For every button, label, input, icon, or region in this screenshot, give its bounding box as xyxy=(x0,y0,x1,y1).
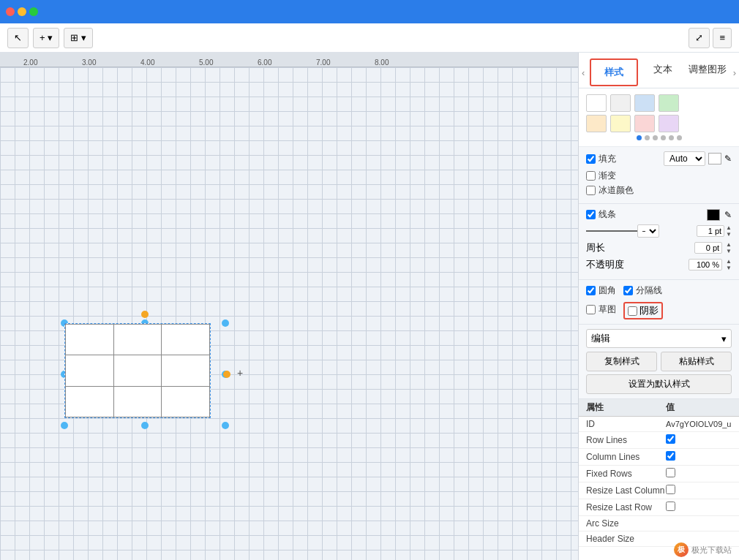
prop-value-resizelastcol xyxy=(666,485,732,496)
palette-dot-4[interactable] xyxy=(669,135,674,140)
expand-btn[interactable]: ⤢ xyxy=(689,28,710,48)
paste-style-btn[interactable]: 粘贴样式 xyxy=(661,352,732,371)
tab-prev-arrow[interactable]: ‹ xyxy=(579,57,588,88)
watermark-logo: 极 xyxy=(674,542,689,557)
color-swatch-white[interactable] xyxy=(586,94,607,112)
handle-bl[interactable] xyxy=(61,422,68,429)
line-weight-up[interactable]: ▲ xyxy=(726,224,732,231)
ice-checkbox[interactable] xyxy=(586,186,596,195)
line-row: 线条 ✎ xyxy=(586,208,732,221)
close-btn[interactable] xyxy=(6,7,15,16)
handle-col-resize[interactable] xyxy=(141,311,149,318)
toolbar: ↖ + ▾ ⊞ ▾ ⤢ ≡ xyxy=(0,23,739,53)
line-style-select[interactable]: ─ xyxy=(637,224,659,238)
resize-cursor: + xyxy=(237,367,243,379)
color-swatch-pink[interactable] xyxy=(634,115,655,132)
round-corner-checkbox[interactable] xyxy=(586,286,596,295)
grid-tool[interactable]: ⊞ ▾ xyxy=(64,28,93,48)
palette-dot-0[interactable] xyxy=(637,135,642,140)
palette-dots xyxy=(586,135,732,140)
copy-style-btn[interactable]: 复制样式 xyxy=(586,352,657,371)
fill-checkbox[interactable] xyxy=(586,154,596,164)
color-swatch-light-green[interactable] xyxy=(659,94,679,112)
handle-row-resize[interactable] xyxy=(223,371,230,378)
line-weight-input[interactable] xyxy=(697,225,724,237)
edit-chevron-icon: ▾ xyxy=(721,333,727,344)
prop-collines-checkbox[interactable] xyxy=(666,451,675,461)
ruler-tick: 8.00 xyxy=(375,58,389,67)
menu-btn[interactable]: ≡ xyxy=(713,28,732,48)
perimeter-input[interactable] xyxy=(694,242,722,254)
perimeter-down[interactable]: ▼ xyxy=(726,248,732,254)
perimeter-label: 周长 xyxy=(586,241,605,254)
prop-rowlines-checkbox[interactable] xyxy=(666,434,675,444)
color-swatch-yellow[interactable] xyxy=(610,115,631,132)
shadow-highlight: 阴影 xyxy=(623,302,663,319)
grid-canvas: + xyxy=(0,67,578,560)
watermark-text: 极光下载站 xyxy=(691,545,732,556)
ice-row: 冰道颜色 xyxy=(586,184,732,197)
ice-label: 冰道颜色 xyxy=(599,184,634,197)
main-layout: 2.00 3.00 4.00 5.00 6.00 7.00 8.00 xyxy=(0,53,739,560)
fill-color-edit[interactable]: ✎ xyxy=(724,154,732,164)
prop-fixedrows-checkbox[interactable] xyxy=(666,468,675,477)
palette-dot-1[interactable] xyxy=(645,135,650,140)
color-swatch-light-gray[interactable] xyxy=(610,94,631,112)
color-swatch-peach[interactable] xyxy=(586,115,607,132)
prop-value-collines xyxy=(666,451,732,463)
canvas-area[interactable]: 2.00 3.00 4.00 5.00 6.00 7.00 8.00 xyxy=(0,53,578,560)
handle-br[interactable] xyxy=(222,422,229,429)
add-tool[interactable]: + ▾ xyxy=(33,28,59,48)
edit-header[interactable]: 编辑 ▾ xyxy=(586,329,732,348)
tab-adjust[interactable]: 调整图形 xyxy=(685,57,729,88)
color-swatch-light-blue[interactable] xyxy=(634,94,655,112)
prop-row-id: ID Av7gYOIOLV09_u xyxy=(579,417,739,432)
opacity-input[interactable] xyxy=(689,259,722,270)
fill-select[interactable]: Auto None xyxy=(664,151,705,166)
set-default-btn[interactable]: 设置为默认样式 xyxy=(586,374,732,394)
palette-dot-5[interactable] xyxy=(677,135,682,140)
line-weight-down[interactable]: ▼ xyxy=(726,231,732,238)
pointer-tool[interactable]: ↖ xyxy=(7,28,29,48)
tab-text[interactable]: 文本 xyxy=(640,57,685,88)
handle-tr[interactable] xyxy=(222,319,229,327)
prop-resizelastrow-checkbox[interactable] xyxy=(666,502,675,511)
palette-dot-2[interactable] xyxy=(653,135,658,140)
sketch-checkbox[interactable] xyxy=(586,305,596,314)
fill-color-box[interactable] xyxy=(708,153,721,164)
prop-row-rowlines: Row Lines xyxy=(579,432,739,449)
properties-section: 属性 值 ID Av7gYOIOLV09_u Row Lines Column … xyxy=(579,399,739,560)
divider-row: 分隔线 xyxy=(623,284,662,297)
table-widget[interactable] xyxy=(64,323,211,418)
perimeter-up[interactable]: ▲ xyxy=(726,241,732,248)
color-swatch-lavender[interactable] xyxy=(659,115,679,132)
line-color-box[interactable] xyxy=(707,209,720,221)
line-checkbox[interactable] xyxy=(586,210,596,219)
prop-row-arcsize: Arc Size xyxy=(579,516,739,531)
shadow-checkbox[interactable] xyxy=(628,306,637,316)
divider-checkbox[interactable] xyxy=(623,286,633,295)
sketch-row: 草图 xyxy=(586,302,616,317)
prop-value-fixedrows xyxy=(666,468,732,480)
prop-name-fixedrows: Fixed Rows xyxy=(586,469,666,479)
watermark: 极 极光下载站 xyxy=(674,542,732,557)
edit-label: 编辑 xyxy=(591,332,610,345)
opacity-down[interactable]: ▼ xyxy=(726,265,732,271)
prop-row-fixedrows: Fixed Rows xyxy=(579,466,739,483)
handle-bm[interactable] xyxy=(141,422,149,429)
options-section: 圆角 分隔线 草图 阴影 xyxy=(579,280,739,325)
line-color-edit[interactable]: ✎ xyxy=(724,210,732,220)
fill-row: 填充 Auto None ✎ xyxy=(586,151,732,166)
round-corner-row: 圆角 xyxy=(586,284,616,297)
line-style-row: ─ ▲ ▼ xyxy=(586,224,732,238)
color-palette-section xyxy=(579,88,739,147)
opacity-up[interactable]: ▲ xyxy=(726,258,732,265)
tab-style[interactable]: 样式 xyxy=(590,58,637,86)
palette-dot-3[interactable] xyxy=(661,135,666,140)
ruler-tick: 2.00 xyxy=(23,58,37,67)
tab-next-arrow[interactable]: › xyxy=(730,57,739,88)
minimize-btn[interactable] xyxy=(18,7,26,16)
gradient-checkbox[interactable] xyxy=(586,171,596,181)
prop-resizelastcol-checkbox[interactable] xyxy=(666,485,675,494)
maximize-btn[interactable] xyxy=(29,7,38,16)
